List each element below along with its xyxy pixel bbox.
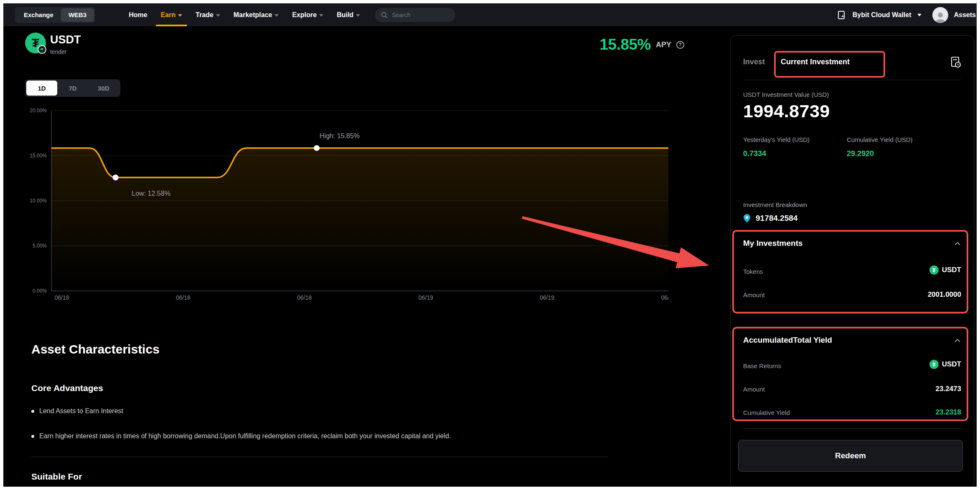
wallet-selector[interactable]: Bybit Cloud Wallet: [853, 11, 911, 19]
section-title-asset-characteristics: Asset Characteristics: [31, 342, 160, 356]
svg-text:06/18: 06/18: [54, 294, 69, 301]
tether-icon: ₮: [929, 265, 939, 275]
nav-item-trade[interactable]: Trade: [189, 3, 227, 26]
svg-text:20.00%: 20.00%: [30, 108, 47, 114]
nav-item-marketplace[interactable]: Marketplace: [227, 3, 286, 26]
chevron-down-icon[interactable]: [917, 14, 922, 16]
chevron-down-icon: [216, 14, 220, 17]
investment-breakdown-value: 91784.2584: [756, 214, 797, 223]
chevron-down-icon: [274, 14, 279, 17]
chevron-down-icon: [178, 14, 182, 17]
tab-30d[interactable]: 30D: [88, 81, 119, 96]
tokens-value: ₮ USDT: [929, 265, 961, 275]
svg-text:06/19: 06/19: [419, 294, 433, 301]
tab-7d[interactable]: 7D: [57, 81, 88, 96]
amount-label: Amount: [743, 386, 765, 393]
search-placeholder: Search: [392, 12, 410, 18]
my-investments-header[interactable]: My Investments: [743, 239, 803, 248]
nav-item-earn[interactable]: Earn: [154, 3, 189, 26]
apy-value: 15.85%: [599, 36, 651, 53]
svg-text:06/19: 06/19: [661, 294, 668, 301]
yesterday-yield-label: Yesterday's Yield (USD): [743, 136, 810, 143]
accumulated-yield-header[interactable]: AccumulatedTotal Yield: [743, 336, 832, 345]
toggle-web3[interactable]: WEB3: [61, 8, 94, 22]
divider: [31, 457, 608, 457]
nav-items: Home Earn Trade Marketplace Explore Buil…: [122, 3, 367, 26]
tab-current-investment[interactable]: Current Investment: [781, 58, 850, 66]
token-logo: ₮ ❤: [25, 33, 46, 53]
subsection-title-core-advantages: Core Advantages: [31, 383, 103, 393]
advantage-bullet: Lend Assets to Earn Interest: [31, 407, 608, 415]
svg-text:06/18: 06/18: [176, 294, 190, 301]
investment-breakdown-label: Investment Breakdown: [743, 201, 807, 208]
svg-text:5.00%: 5.00%: [33, 243, 47, 249]
wallet-icon: [837, 10, 847, 20]
chevron-down-icon: [319, 14, 323, 17]
base-returns-label: Base Returns: [743, 362, 781, 369]
chevron-up-icon[interactable]: [955, 242, 960, 245]
svg-text:High: 15.85%: High: 15.85%: [320, 132, 360, 139]
redeem-button[interactable]: Redeem: [738, 440, 963, 472]
nav-item-assets[interactable]: Assets: [954, 11, 976, 19]
apy-label: APY: [656, 40, 671, 49]
subsection-title-suitable-for: Suitable For: [31, 472, 82, 482]
amount-label: Amount: [743, 291, 765, 298]
investment-breakdown-row: 91784.2584: [743, 214, 797, 223]
bullet-icon: [31, 410, 34, 413]
svg-text:Low: 12.58%: Low: 12.58%: [132, 190, 170, 197]
user-icon: [934, 11, 947, 23]
top-nav: Exchange WEB3 Home Earn Trade Marketplac…: [3, 3, 977, 26]
cumulative-yield-value: 29.2920: [847, 149, 874, 158]
svg-text:0.00%: 0.00%: [33, 288, 47, 294]
protocol-badge-icon: ❤: [38, 45, 46, 54]
tokens-label: Tokens: [743, 268, 763, 275]
svg-text:10.00%: 10.00%: [30, 198, 47, 204]
panel-tabs: Invest Current Investment: [743, 58, 850, 66]
nav-item-explore[interactable]: Explore: [285, 3, 330, 26]
tab-1d[interactable]: 1D: [26, 81, 57, 96]
tether-icon: ₮: [929, 360, 939, 369]
apy-line-chart[interactable]: 20.00%15.00%10.00%5.00%0.00%High: 15.85%…: [25, 105, 668, 303]
nav-item-build[interactable]: Build: [330, 3, 367, 26]
divider: [743, 428, 961, 429]
history-record-icon[interactable]: [950, 56, 962, 68]
chevron-up-icon[interactable]: [955, 339, 960, 342]
svg-text:06/19: 06/19: [540, 294, 554, 301]
divider: [743, 80, 961, 80]
amount-value: 23.2473: [936, 385, 961, 393]
advantage-bullet: Earn higher interest rates in times of h…: [31, 432, 608, 440]
range-tab-group: 1D 7D 30D: [25, 79, 120, 97]
chevron-down-icon: [356, 14, 360, 17]
protocol-pin-icon: [743, 214, 751, 223]
search-input[interactable]: Search: [375, 8, 455, 22]
nav-item-home[interactable]: Home: [122, 3, 154, 26]
app-window: Exchange WEB3 Home Earn Trade Marketplac…: [3, 3, 977, 487]
tab-invest[interactable]: Invest: [743, 58, 765, 66]
token-symbol: USDT: [50, 33, 81, 46]
investment-value-label: USDT Investment Value (USD): [743, 91, 829, 98]
base-returns-value: ₮ USDT: [929, 360, 961, 369]
avatar[interactable]: [932, 7, 948, 23]
cumulative-yield-row-label: Cumulative Yield: [743, 409, 790, 416]
bullet-icon: [31, 435, 34, 438]
cumulative-yield-row-value: 23.2318: [936, 408, 961, 417]
apy-block: 15.85% APY ?: [559, 36, 684, 53]
investment-value: 1994.8739: [743, 101, 830, 121]
nav-right-cluster: Bybit Cloud Wallet Assets: [837, 3, 977, 26]
exchange-web3-toggle: Exchange WEB3: [15, 7, 95, 23]
search-icon: [381, 12, 388, 18]
help-icon[interactable]: ?: [676, 41, 684, 49]
yesterday-yield-value: 0.7334: [743, 149, 766, 158]
toggle-exchange[interactable]: Exchange: [16, 8, 61, 22]
cumulative-yield-label: Cumulative Yield (USD): [847, 136, 913, 143]
investment-panel: Invest Current Investment USDT Investmen…: [730, 35, 974, 487]
svg-text:15.00%: 15.00%: [30, 153, 47, 159]
svg-text:06/18: 06/18: [297, 294, 312, 301]
amount-value: 2001.0000: [928, 290, 961, 299]
token-protocol: tender: [50, 48, 67, 55]
